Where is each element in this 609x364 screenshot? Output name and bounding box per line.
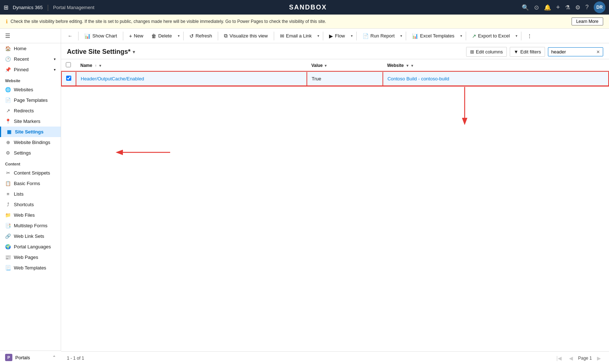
flow-label: Flow — [335, 33, 345, 39]
delete-dropdown-button[interactable]: ▾ — [176, 32, 181, 40]
visualize-icon: ⧉ — [224, 33, 228, 39]
sidebar-item-label: Recent — [14, 56, 29, 62]
name-link[interactable]: Header/OutputCache/Enabled — [81, 76, 144, 81]
row-checkbox[interactable] — [66, 76, 71, 81]
sidebar-item-page-templates[interactable]: 📄 Page Templates — [0, 95, 61, 105]
visualize-button[interactable]: ⧉ Visualize this view — [220, 31, 271, 41]
chevron-down-icon: ▾ — [54, 68, 56, 72]
edit-columns-button[interactable]: ⊞ Edit columns — [466, 47, 507, 57]
row-checkbox-cell[interactable] — [61, 72, 76, 86]
sidebar-item-label: Settings — [14, 150, 31, 156]
next-page-button[interactable]: ▶ — [595, 355, 603, 362]
sidebar-item-web-files[interactable]: 📁 Web Files — [0, 210, 61, 220]
sidebar-item-site-settings[interactable]: ▦ Site Settings — [0, 127, 61, 137]
website-link[interactable]: Contoso Build - contoso-build — [388, 76, 449, 81]
delete-button[interactable]: 🗑 Delete — [148, 31, 176, 41]
search-input[interactable] — [551, 49, 595, 55]
toolbar-separator-10 — [521, 32, 521, 40]
sidebar-item-home[interactable]: 🏠 Home — [0, 43, 61, 54]
back-button[interactable]: ← — [64, 31, 76, 40]
sidebar-item-multistep-forms[interactable]: 📑 Multistep Forms — [0, 220, 61, 231]
name-cell[interactable]: Header/OutputCache/Enabled — [76, 72, 307, 86]
website-column-header[interactable]: Website ▼ ▾ — [383, 59, 609, 72]
sidebar-item-lists[interactable]: ≡ Lists — [0, 189, 61, 199]
settings-icon: ⚙ — [5, 150, 11, 156]
excel-templates-button[interactable]: 📊 Excel Templates — [408, 31, 458, 41]
new-button[interactable]: + New — [125, 31, 147, 41]
sidebar-item-portal-languages[interactable]: 🌍 Portal Languages — [0, 241, 61, 252]
sidebar-item-websites[interactable]: 🌐 Websites — [0, 84, 61, 95]
edit-filters-button[interactable]: ▼ Edit filters — [510, 47, 545, 57]
sidebar-item-redirects[interactable]: ↗ Redirects — [0, 105, 61, 116]
first-page-button[interactable]: |◀ — [554, 355, 564, 362]
topbar: ⊞ Dynamics 365 | Portal Management SANDB… — [0, 0, 609, 15]
sidebar-item-basic-forms[interactable]: 📋 Basic Forms — [0, 178, 61, 189]
banner-text: ℹ Check the site visibility before editi… — [6, 19, 326, 24]
files-icon: 📁 — [5, 212, 11, 218]
learn-more-button[interactable]: Learn More — [572, 17, 603, 25]
email-link-button[interactable]: ✉ Email a Link — [276, 31, 316, 41]
value-cell: True — [307, 72, 382, 86]
main-layout: ☰ 🏠 Home 🕐 Recent ▾ 📌 Pinned ▾ Website 🌐… — [0, 29, 609, 364]
sidebar-item-label: Home — [14, 46, 27, 51]
sidebar-item-site-markers[interactable]: 📍 Site Markers — [0, 116, 61, 127]
plus-icon[interactable]: + — [556, 4, 560, 11]
pin-icon: 📌 — [5, 67, 11, 72]
help-icon[interactable]: ? — [585, 4, 589, 11]
pagination-controls: |◀ ◀ Page 1 ▶ — [554, 355, 603, 362]
search-icon[interactable]: 🔍 — [522, 4, 529, 11]
select-all-header[interactable] — [61, 59, 76, 72]
app-grid-icon[interactable]: ⊞ — [4, 4, 8, 11]
email-dropdown-button[interactable]: ▾ — [316, 32, 321, 40]
sidebar-item-content-snippets[interactable]: ✂ Content Snippets — [0, 168, 61, 178]
search-clear-icon[interactable]: ✕ — [596, 49, 600, 55]
avatar[interactable]: DR — [594, 1, 605, 13]
table-row[interactable]: Header/OutputCache/Enabled True Contoso … — [61, 72, 609, 86]
sidebar-portals[interactable]: P Portals ⌃ — [0, 351, 61, 364]
refresh-button[interactable]: ↺ Refresh — [186, 31, 216, 41]
sidebar-item-recent[interactable]: 🕐 Recent ▾ — [0, 54, 61, 64]
flow-dropdown-button[interactable]: ▾ — [349, 32, 354, 40]
search-box[interactable]: ✕ — [548, 47, 603, 56]
recent-icon: 🕐 — [5, 56, 11, 62]
sidebar-item-web-pages[interactable]: 📰 Web Pages — [0, 252, 61, 263]
shortcuts-icon: ⤴ — [5, 202, 11, 207]
sidebar-item-web-templates[interactable]: 📃 Web Templates — [0, 263, 61, 273]
refresh-label: Refresh — [196, 33, 212, 39]
prev-page-button[interactable]: ◀ — [567, 355, 575, 362]
hamburger-icon[interactable]: ☰ — [0, 29, 61, 43]
gear-icon[interactable]: ⚙ — [575, 4, 580, 11]
name-column-header[interactable]: Name ↑ ▾ — [76, 59, 307, 72]
sidebar-item-pinned[interactable]: 📌 Pinned ▾ — [0, 64, 61, 75]
sidebar-item-web-link-sets[interactable]: 🔗 Web Link Sets — [0, 231, 61, 241]
run-report-label: Run Report — [370, 33, 394, 39]
value-column-header[interactable]: Value ▾ — [307, 59, 382, 72]
flow-button[interactable]: ▶ Flow — [325, 31, 348, 41]
redirect-icon: ↗ — [5, 108, 11, 113]
view-title-chevron-icon[interactable]: ▾ — [133, 49, 135, 55]
sidebar-item-website-bindings[interactable]: ⊕ Website Bindings — [0, 137, 61, 148]
brand-label: Dynamics 365 — [13, 5, 43, 10]
run-report-dropdown-button[interactable]: ▾ — [399, 32, 404, 40]
sidebar-item-shortcuts[interactable]: ⤴ Shortcuts — [0, 199, 61, 210]
target-icon[interactable]: ⊙ — [534, 4, 539, 11]
kebab-button[interactable]: ⋮ — [524, 31, 536, 40]
export-excel-button[interactable]: ↗ Export to Excel — [468, 31, 513, 41]
banner-message: Check the site visibility before editing… — [11, 19, 326, 24]
select-all-checkbox[interactable] — [66, 62, 71, 67]
binding-icon: ⊕ — [5, 140, 11, 145]
website-section-label: Website — [0, 75, 61, 84]
show-chart-button[interactable]: 📊 Show Chart — [81, 31, 121, 41]
web-pages-icon: 📰 — [5, 255, 11, 260]
filter-icon[interactable]: ⚗ — [565, 4, 570, 11]
website-cell[interactable]: Contoso Build - contoso-build — [383, 72, 609, 86]
sidebar-item-label: Web Link Sets — [14, 233, 44, 239]
excel-templates-dropdown-button[interactable]: ▾ — [459, 32, 464, 40]
run-report-button[interactable]: 📄 Run Report — [359, 31, 398, 41]
bell-icon[interactable]: 🔔 — [544, 4, 551, 11]
export-dropdown-button[interactable]: ▾ — [514, 32, 519, 40]
sidebar-item-label: Pinned — [14, 67, 28, 72]
new-icon: + — [129, 33, 132, 39]
edit-columns-label: Edit columns — [476, 49, 503, 55]
sidebar-item-settings[interactable]: ⚙ Settings — [0, 148, 61, 158]
